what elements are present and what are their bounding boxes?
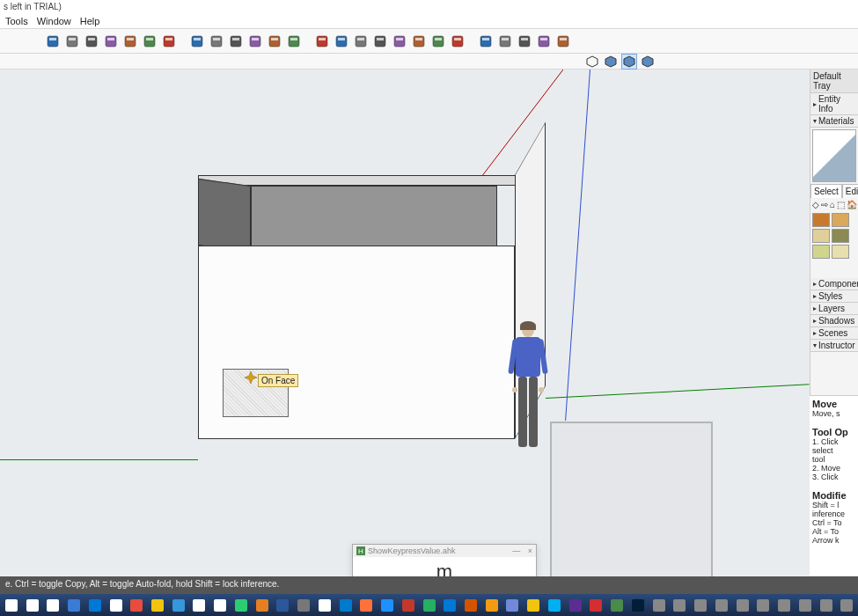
swatch-2[interactable] [812,229,830,243]
taskbar-store-icon[interactable] [106,597,126,614]
book-red-icon[interactable] [313,33,331,50]
house-icon[interactable] [227,33,245,50]
panel-instructor[interactable]: Instructor [810,340,858,352]
book-plain-icon[interactable] [83,33,100,50]
taskbar-antiv-icon[interactable] [420,597,439,614]
material-tool-2[interactable]: ⌂ [830,200,835,209]
swatch-3[interactable] [832,229,849,243]
book-blue-icon[interactable] [44,33,62,50]
box-model[interactable] [198,175,546,395]
axis-lock-icon[interactable] [584,54,600,70]
grid-icon[interactable] [352,33,370,50]
tab-edit[interactable]: Edit [842,184,858,198]
taskbar-task-icon[interactable] [43,597,62,614]
book-dark-icon[interactable] [429,33,447,50]
material-tool-1[interactable]: ⇨ [821,200,828,209]
panel-layers[interactable]: Layers [810,303,858,315]
taskbar-tray1-icon[interactable] [733,597,752,614]
taskbar-candy-icon[interactable] [127,597,146,614]
taskbar-keep-icon[interactable] [482,597,502,614]
globe-dark-icon[interactable] [535,33,553,50]
rect-pattern-icon[interactable] [141,33,158,50]
taskbar-misc4-icon[interactable] [712,597,731,614]
taskbar-word-icon[interactable] [274,597,293,614]
taskbar-tray6-icon[interactable] [837,597,856,614]
material-tool-3[interactable]: ⬚ [837,200,845,209]
swatch-1[interactable] [832,213,849,227]
taskbar-notes-icon[interactable] [524,597,543,614]
taskbar-ie-icon[interactable] [378,597,397,614]
taskbar-search-icon[interactable] [23,597,42,614]
pages-purple-icon[interactable] [121,33,139,50]
taskbar-onedrive-icon[interactable] [440,597,459,614]
taskbar-snip-icon[interactable] [315,597,334,614]
taskbar-sketchup-icon[interactable] [587,597,606,614]
taskbar-firefox-icon[interactable] [356,597,376,614]
taskbar-tray3-icon[interactable] [774,597,794,614]
menu-tools[interactable]: Tools [5,16,28,26]
box-open-icon[interactable] [246,33,264,50]
material-preview[interactable] [812,129,856,182]
taskbar-tray2-icon[interactable] [753,597,773,614]
panel-styles[interactable]: Styles [810,290,858,303]
taskbar-vs-icon[interactable] [566,597,585,614]
globe-blue-icon[interactable] [477,33,495,50]
globe-teal-icon[interactable] [554,33,572,50]
panel-materials[interactable]: Materials [810,115,858,128]
taskbar-ahk-icon[interactable] [607,597,627,614]
taskbar-shield-icon[interactable] [169,597,188,614]
box-orange-icon[interactable] [285,33,303,50]
panel-shadows[interactable]: Shadows [810,315,858,327]
cube-xray-icon[interactable] [640,54,656,70]
taskbar-dash-icon[interactable] [294,597,313,614]
keypress-titlebar[interactable]: H ShowKeypressValue.ahk — × [353,545,536,557]
box-top-edge[interactable] [198,175,546,186]
menu-help[interactable]: Help [80,16,100,26]
keypress-min-icon[interactable]: — [512,546,520,555]
ground-rectangle[interactable] [550,422,713,602]
panel-scenes[interactable]: Scenes [810,327,858,340]
keypress-close-icon[interactable]: × [528,546,532,555]
swatch-0[interactable] [812,213,830,227]
taskbar-oo-icon[interactable] [461,597,480,614]
taskbar-misc-icon[interactable] [649,597,669,614]
panel-entity-info[interactable]: Entity Info [810,93,858,115]
taskbar-calc-icon[interactable] [190,597,209,614]
crosshatch3-icon[interactable] [410,33,428,50]
taskbar-skype-icon[interactable] [545,597,564,614]
swatch-5[interactable] [832,245,849,259]
scale-figure[interactable] [510,323,546,455]
taskbar-ps-icon[interactable] [628,597,648,614]
cube-solid-icon[interactable] [621,54,637,70]
taskbar-tray4-icon[interactable] [796,597,815,614]
taskbar-explorer-icon[interactable] [148,597,167,614]
crosshatch-icon[interactable] [371,33,389,50]
book-outline-icon[interactable] [63,33,81,50]
building-grey-icon[interactable] [208,33,225,50]
model-viewport[interactable]: On Face [0,70,810,576]
material-tool-0[interactable]: ◇ [812,200,819,209]
tray-title[interactable]: Default Tray [810,70,858,93]
cube-wire-icon[interactable] [603,54,619,70]
globe-grey-icon[interactable] [496,33,514,50]
panel-components[interactable]: Components [810,278,858,290]
menu-window[interactable]: Window [37,16,71,26]
building-blue-icon[interactable] [188,33,206,50]
taskbar-misc2-icon[interactable] [671,597,690,614]
swatch-4[interactable] [812,245,830,259]
taskbar-chrome-icon[interactable] [253,597,272,614]
box-inner-back[interactable] [251,186,497,247]
book-open-icon[interactable] [333,33,350,50]
taskbar-tray5-icon[interactable] [817,597,836,614]
taskbar-keyboard-icon[interactable] [210,597,230,614]
taskbar-win-icon[interactable] [2,597,21,614]
tab-select[interactable]: Select [810,184,842,198]
leaf-icon[interactable] [449,33,466,50]
taskbar-misc3-icon[interactable] [691,597,710,614]
box-inner-left[interactable] [198,179,251,253]
material-tool-4[interactable]: 🏠 [847,200,857,209]
pages-icon[interactable] [102,33,120,50]
crosshatch2-icon[interactable] [391,33,408,50]
taskbar-code-icon[interactable] [336,597,356,614]
taskbar-mail-icon[interactable] [64,597,84,614]
